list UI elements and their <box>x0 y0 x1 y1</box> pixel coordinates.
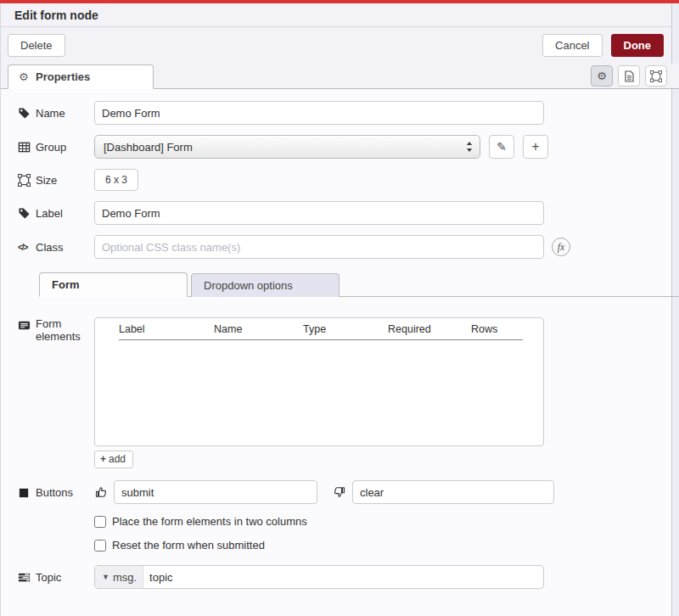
name-input[interactable] <box>94 101 544 125</box>
done-button[interactable]: Done <box>611 34 665 57</box>
topic-row: Topic ▼ msg. topic <box>18 565 679 589</box>
square-icon <box>18 486 31 499</box>
description-icon-button[interactable] <box>618 65 640 87</box>
object-group-icon <box>650 70 662 82</box>
editor-tab-bar: ⚙ Properties ⚙ <box>1 64 679 89</box>
two-columns-option: Place the form elements in two columns <box>94 515 679 528</box>
group-row: Group [Dashboard] Form ✎ + <box>18 135 679 159</box>
group-select[interactable]: [Dashboard] Form <box>94 135 480 159</box>
appearance-icon-button[interactable] <box>645 65 667 87</box>
tab-dropdown-options[interactable]: Dropdown options <box>191 273 340 297</box>
tab-properties-label: Properties <box>36 70 90 83</box>
tag-icon <box>18 107 31 120</box>
form-sub-tabs: Form Dropdown options <box>39 272 679 297</box>
cancel-button[interactable]: Cancel <box>542 34 602 57</box>
dialog-button-bar: Delete Cancel Done <box>1 27 679 64</box>
edit-group-button[interactable]: ✎ <box>489 135 514 159</box>
tasks-icon <box>18 571 31 584</box>
properties-panel: Name Group [Dashboard] Form ✎ + Size 6 x… <box>1 89 679 589</box>
tab-form[interactable]: Form <box>39 272 188 297</box>
size-button[interactable]: 6 x 3 <box>94 169 138 191</box>
size-label: Size <box>18 174 94 187</box>
properties-icon-button[interactable]: ⚙ <box>591 65 613 87</box>
buttons-label: Buttons <box>18 486 94 499</box>
scrollbar-gutter[interactable] <box>671 3 679 616</box>
document-icon <box>624 70 635 82</box>
topic-typed-input[interactable]: ▼ msg. topic <box>94 565 544 589</box>
topic-type-select[interactable]: ▼ msg. <box>95 566 143 588</box>
size-row: Size 6 x 3 <box>18 169 679 191</box>
object-group-icon <box>18 174 31 187</box>
tag-icon <box>18 207 31 220</box>
thumbs-down-icon <box>333 485 346 499</box>
code-icon: </> <box>18 241 31 254</box>
name-label: Name <box>18 107 94 120</box>
class-row: </> Class fx <box>18 235 679 259</box>
gear-icon: ⚙ <box>597 70 607 82</box>
table-icon <box>18 141 31 154</box>
gear-icon: ⚙ <box>19 71 30 82</box>
form-elements-header: Label Name Type Required Rows <box>119 323 523 340</box>
plus-icon: + <box>531 139 539 154</box>
buttons-row: Buttons <box>18 480 679 504</box>
form-elements-label: Form elements <box>18 317 94 446</box>
group-label: Group <box>18 141 94 154</box>
expression-fx-icon[interactable]: fx <box>552 238 570 256</box>
topic-label: Topic <box>18 571 94 584</box>
reset-checkbox[interactable] <box>94 540 106 552</box>
label-label: Label <box>18 207 94 220</box>
class-label: </> Class <box>18 241 94 254</box>
add-group-button[interactable]: + <box>523 135 548 159</box>
label-row: Label <box>18 201 679 225</box>
two-columns-checkbox[interactable] <box>94 516 106 528</box>
tab-properties[interactable]: ⚙ Properties <box>8 64 154 89</box>
chevron-down-icon: ▼ <box>102 573 109 581</box>
list-alt-icon <box>18 319 31 332</box>
clear-button-text-input[interactable] <box>352 480 554 504</box>
reset-option: Reset the form when submitted <box>94 539 679 552</box>
class-input[interactable] <box>94 235 544 259</box>
form-elements-list[interactable]: Label Name Type Required Rows <box>94 317 544 446</box>
add-element-button[interactable]: + add <box>94 451 133 468</box>
name-row: Name <box>18 101 679 125</box>
select-arrows-icon <box>466 142 473 152</box>
edit-dialog: Edit form node Delete Cancel Done ⚙ Prop… <box>0 3 679 616</box>
label-input[interactable] <box>94 201 544 225</box>
pencil-icon: ✎ <box>497 140 507 154</box>
thumbs-up-icon <box>94 485 108 499</box>
form-elements-section: Form elements Label Name Type Required R… <box>18 317 679 446</box>
topic-value: topic <box>143 571 172 584</box>
group-select-value: [Dashboard] Form <box>104 141 193 154</box>
submit-button-text-input[interactable] <box>114 480 317 504</box>
dialog-title: Edit form node <box>1 3 679 27</box>
plus-icon: + <box>100 453 106 465</box>
delete-button[interactable]: Delete <box>8 34 65 57</box>
